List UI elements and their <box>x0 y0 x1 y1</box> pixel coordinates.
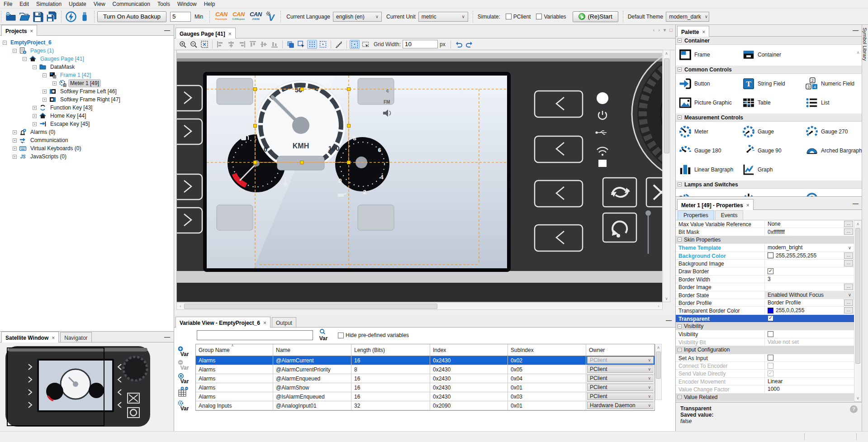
menu-item[interactable]: Tools <box>154 0 174 8</box>
tree-item[interactable]: + Home Key [44] <box>0 112 174 120</box>
tab-scroll-left-icon[interactable]: ‹ <box>653 27 655 33</box>
tab-list-icon[interactable]: ▾ <box>664 27 666 33</box>
tree-item[interactable]: − DataMask <box>0 63 174 71</box>
redo-icon[interactable] <box>465 40 474 49</box>
menu-item[interactable]: Window <box>174 0 200 8</box>
undo-icon[interactable] <box>454 40 464 49</box>
open-project-icon[interactable] <box>18 10 31 23</box>
palette-item[interactable]: String Field <box>742 76 805 92</box>
property-checkbox[interactable] <box>768 363 773 369</box>
ellipsis-button[interactable]: … <box>844 260 853 266</box>
table-row[interactable]: Alarms @AlarmEnqueued 16 0x2430 0x04 PCl… <box>196 374 655 383</box>
property-section-header[interactable]: − Visibility <box>676 323 854 330</box>
tree-item[interactable]: − EmptyProject_6 <box>0 38 174 47</box>
ellipsis-button[interactable]: … <box>844 228 853 235</box>
menu-item[interactable]: Update <box>65 0 90 8</box>
properties-scrollbar[interactable]: ∧ ∨ <box>854 220 862 402</box>
variable-settings-icon[interactable] <box>177 399 195 413</box>
palette-item[interactable]: Container <box>742 47 805 63</box>
property-value[interactable]: modern_bright <box>768 244 802 251</box>
scrollbar-thumb[interactable] <box>184 304 437 309</box>
align-middle-icon[interactable] <box>259 40 269 49</box>
can-protocol-icon[interactable]: CAN J1939 <box>247 12 264 21</box>
property-row[interactable]: − Send Value Directly … ∨ <box>676 370 854 377</box>
variable-search-input[interactable] <box>197 330 313 340</box>
palette-item[interactable]: Graph <box>742 162 805 178</box>
auto-backup-button[interactable]: Turn On Auto Backup <box>97 11 166 22</box>
property-row[interactable]: − Visibility Bit Value not set … ∨ <box>676 338 854 346</box>
align-left-icon[interactable] <box>215 40 225 49</box>
property-value[interactable]: Border Profile <box>768 299 801 306</box>
owner-dropdown[interactable]: PClient∨ <box>587 375 654 382</box>
palette-item[interactable]: Arched Bargraph <box>805 143 862 159</box>
save-icon[interactable] <box>31 10 45 23</box>
update-device-icon[interactable] <box>64 10 78 23</box>
property-value[interactable]: 1000 <box>768 386 780 392</box>
palette-item[interactable]: Numeric Field <box>805 76 860 92</box>
tree-expander-icon[interactable]: + <box>13 130 17 134</box>
size-steps-icon[interactable] <box>334 40 344 49</box>
grid-width-input[interactable] <box>403 40 438 48</box>
tree-item[interactable]: − Pages (1) <box>0 47 174 55</box>
tree-expander-icon[interactable]: + <box>13 138 17 143</box>
canvas-horizontal-scrollbar[interactable]: ‹ › <box>176 302 663 310</box>
property-row[interactable]: − Visibility … ∨ <box>676 330 854 338</box>
ellipsis-button[interactable]: … <box>844 221 853 227</box>
owner-dropdown[interactable]: PClient∨ <box>587 356 654 364</box>
tab-variable-view[interactable]: Variable View - EmptyProject_6× <box>175 317 270 328</box>
chevron-down-icon[interactable]: ∨ <box>848 245 851 250</box>
align-right-icon[interactable] <box>237 40 247 49</box>
tree-expander-icon[interactable]: − <box>13 49 17 53</box>
property-row[interactable]: − Max Value Variable Reference None … ∨ <box>676 220 854 228</box>
property-row[interactable]: − Connect To Encoder … ∨ <box>676 362 854 370</box>
property-row[interactable]: − Value Related … ∨ <box>676 394 854 401</box>
zoom-out-icon[interactable] <box>189 40 199 49</box>
tree-expander-icon[interactable]: + <box>13 147 17 151</box>
scrollbar-thumb[interactable] <box>664 58 669 153</box>
tree-expander-icon[interactable]: + <box>33 114 37 118</box>
menu-item[interactable]: File <box>0 0 16 8</box>
scroll-up-icon[interactable]: ∧ <box>855 50 861 55</box>
property-value[interactable]: 255,255,255,255 <box>776 252 816 259</box>
tree-expander-icon[interactable]: + <box>43 98 47 102</box>
zoom-fit-icon[interactable] <box>199 40 209 49</box>
tab-navigator[interactable]: Navigator <box>60 332 91 342</box>
scroll-right-icon[interactable]: › <box>655 304 662 309</box>
scroll-left-icon[interactable]: ‹ <box>177 304 184 309</box>
property-row[interactable]: − Set As Input … ∨ <box>676 354 854 362</box>
close-icon[interactable]: × <box>263 320 266 326</box>
design-canvas[interactable]: c FM 8 6 4 2 0 <box>176 50 663 302</box>
tree-item[interactable]: + Virtual Keyboards (0) <box>0 144 174 152</box>
property-section-header[interactable]: − Skin Properties <box>676 236 854 243</box>
tree-item[interactable]: + Function Key [43] <box>0 104 174 112</box>
collapse-icon[interactable]: − <box>678 182 682 186</box>
property-row[interactable]: − Visibility … ∨ <box>676 323 854 330</box>
symbol-library-strip[interactable]: Symbol Library <box>862 25 868 431</box>
variable-search-icon[interactable] <box>316 328 332 342</box>
color-swatch[interactable] <box>768 252 773 258</box>
variable-settings-icon[interactable] <box>264 10 278 23</box>
scrollbar-thumb[interactable] <box>855 228 860 364</box>
palette-item[interactable]: Gauge 90 <box>742 143 805 159</box>
subtab-properties[interactable]: Properties <box>678 210 714 220</box>
color-swatch[interactable] <box>768 308 773 314</box>
bring-to-front-icon[interactable] <box>285 40 295 49</box>
chevron-down-icon[interactable]: ∨ <box>848 292 851 297</box>
tree-item[interactable]: − Gauges Page [41] <box>0 55 174 63</box>
help-icon[interactable]: ? <box>850 405 858 413</box>
close-icon[interactable]: × <box>228 31 232 37</box>
tree-item[interactable]: + JavaScripts (0) <box>0 152 174 161</box>
tab-projects[interactable]: Projects× <box>1 25 37 36</box>
tree-expander-icon[interactable]: − <box>3 41 7 45</box>
minimize-icon[interactable]: — <box>853 27 859 33</box>
palette-item[interactable]: List <box>805 95 860 111</box>
collapse-icon[interactable]: − <box>678 67 682 71</box>
close-icon[interactable]: × <box>746 202 749 209</box>
table-row[interactable]: Alarms @AlarmShow 16 0x2430 0x01 PClient… <box>196 383 655 392</box>
property-row[interactable]: − Theme Template modern_bright … ∨ <box>676 244 854 252</box>
tree-item[interactable]: − Frame 1 [42] <box>0 71 174 79</box>
property-section-header[interactable]: − Value Related <box>676 394 854 401</box>
grid-frame-icon[interactable] <box>318 40 328 49</box>
collapse-icon[interactable]: − <box>678 115 682 119</box>
menu-item[interactable]: Simulation <box>33 0 65 8</box>
